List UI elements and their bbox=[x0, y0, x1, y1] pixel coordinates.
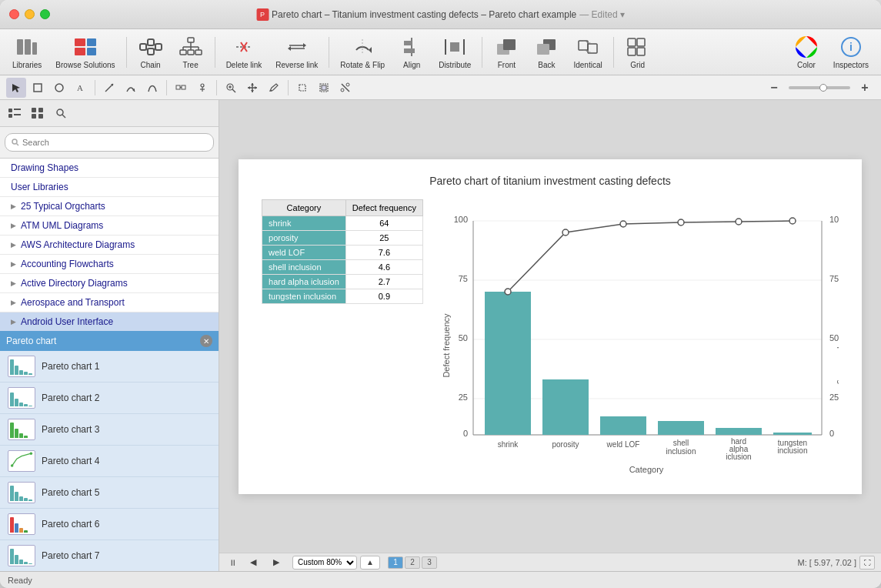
tree-button[interactable]: Tree bbox=[172, 32, 210, 72]
zoom-slider[interactable] bbox=[789, 86, 850, 89]
ellipse-tool[interactable] bbox=[49, 78, 69, 98]
pareto-section: Pareto chart ✕ Pareto c bbox=[0, 331, 219, 571]
sidebar-item-atm-uml[interactable]: ▶ ATM UML Diagrams bbox=[0, 216, 219, 236]
pareto-item-2[interactable]: Pareto chart 2 bbox=[0, 383, 219, 414]
zoom-dropdown[interactable]: Custom 80% bbox=[292, 556, 357, 570]
table-row: shell inclusion 4.6 bbox=[262, 259, 423, 274]
sidebar-search-btn[interactable] bbox=[51, 103, 71, 123]
line-tool[interactable] bbox=[99, 78, 119, 98]
libraries-icon bbox=[15, 35, 39, 59]
browse-solutions-button[interactable]: Browse Solutions bbox=[49, 32, 121, 72]
text-tool[interactable]: A bbox=[71, 78, 91, 98]
zoom-stepper-up[interactable]: ▲ bbox=[360, 556, 380, 570]
sidebar-item-drawing-shapes[interactable]: Drawing Shapes bbox=[0, 159, 219, 178]
pareto-item-7[interactable]: Pareto chart 7 bbox=[0, 540, 219, 571]
zoom-in-tool[interactable] bbox=[221, 78, 241, 98]
svg-text:25: 25 bbox=[459, 393, 468, 402]
bar-tungsten bbox=[773, 433, 812, 435]
svg-rect-89 bbox=[38, 114, 43, 119]
svg-rect-48 bbox=[637, 38, 645, 46]
identical-button[interactable]: Identical bbox=[567, 32, 608, 72]
main-content: Drawing Shapes User Libraries ▶ 25 Typic… bbox=[0, 100, 881, 571]
pareto-item-5[interactable]: Pareto chart 5 bbox=[0, 477, 219, 509]
anchor-tool[interactable] bbox=[192, 78, 212, 98]
libraries-button[interactable]: Libraries bbox=[6, 32, 48, 72]
page-buttons: 1 2 3 bbox=[388, 556, 437, 569]
scissors-tool[interactable] bbox=[335, 78, 355, 98]
toolbar-separator-2 bbox=[215, 37, 215, 68]
page-btn-1[interactable]: 1 bbox=[388, 556, 403, 569]
inspectors-button[interactable]: i Inspectors bbox=[827, 32, 875, 72]
sidebar-item-active-directory[interactable]: ▶ Active Directory Diagrams bbox=[0, 274, 219, 293]
canvas-scroll[interactable]: Pareto chart of titanium investment cast… bbox=[219, 100, 881, 553]
sidebar-item-aerospace[interactable]: ▶ Aerospace and Transport bbox=[0, 293, 219, 312]
svg-text:inclusion: inclusion bbox=[777, 446, 807, 455]
pan-tool[interactable] bbox=[242, 78, 262, 98]
pointer-tool[interactable] bbox=[6, 78, 26, 98]
svg-rect-3 bbox=[75, 38, 85, 46]
distribute-icon bbox=[442, 35, 467, 59]
reverse-link-button[interactable]: Reverse link bbox=[269, 32, 324, 72]
pareto-item-4[interactable]: Pareto chart 4 bbox=[0, 446, 219, 477]
sidebar-search-box[interactable] bbox=[5, 133, 214, 152]
align-button[interactable]: Align bbox=[392, 32, 431, 72]
prev-page-btn[interactable]: ◀ bbox=[243, 553, 263, 572]
search-input[interactable] bbox=[22, 138, 207, 147]
sidebar-item-orgcharts[interactable]: ▶ 25 Typical Orgcharts bbox=[0, 197, 219, 216]
page-btn-2[interactable]: 2 bbox=[405, 556, 420, 569]
rotate-flip-button[interactable]: Rotate & Flip bbox=[334, 32, 391, 72]
svg-rect-83 bbox=[14, 109, 21, 110]
pareto-item-3[interactable]: Pareto chart 3 bbox=[0, 414, 219, 446]
svg-line-14 bbox=[154, 47, 155, 52]
next-page-btn[interactable]: ▶ bbox=[266, 553, 286, 572]
minimize-button[interactable] bbox=[25, 9, 35, 19]
rect-tool[interactable] bbox=[28, 78, 48, 98]
front-button[interactable]: Front bbox=[487, 32, 526, 72]
connector-tool[interactable] bbox=[171, 78, 191, 98]
svg-text:50: 50 bbox=[459, 333, 468, 342]
svg-line-79 bbox=[342, 84, 349, 92]
maximize-button[interactable] bbox=[40, 9, 50, 19]
bar-hardalpha bbox=[716, 428, 762, 435]
crop2-tool[interactable] bbox=[314, 78, 334, 98]
sidebar-grid-view[interactable] bbox=[28, 103, 48, 123]
pareto-item-1[interactable]: Pareto chart 1 bbox=[0, 351, 219, 383]
grid-button[interactable]: Grid bbox=[619, 32, 657, 72]
ready-status: Ready bbox=[8, 576, 32, 585]
zoom-select[interactable]: Custom 80% bbox=[292, 556, 357, 570]
zoom-minus-btn[interactable]: − bbox=[764, 78, 784, 98]
svg-rect-84 bbox=[8, 114, 12, 118]
svg-text:100: 100 bbox=[454, 215, 468, 224]
page-btn-3[interactable]: 3 bbox=[422, 556, 437, 569]
pause-btn[interactable]: ⏸ bbox=[225, 558, 240, 567]
svg-text:shrink: shrink bbox=[498, 440, 519, 449]
svg-marker-74 bbox=[255, 86, 257, 89]
write-tool[interactable] bbox=[264, 78, 284, 98]
back-button[interactable]: Back bbox=[527, 32, 566, 72]
bezier-tool[interactable] bbox=[142, 78, 162, 98]
fit-page-btn[interactable]: ⛶ bbox=[859, 556, 875, 570]
delete-link-button[interactable]: Delete link bbox=[220, 32, 269, 72]
sidebar-item-accounting[interactable]: ▶ Accounting Flowcharts bbox=[0, 255, 219, 274]
svg-point-92 bbox=[12, 139, 17, 144]
curve-tool[interactable] bbox=[121, 78, 141, 98]
sidebar-item-user-libraries[interactable]: User Libraries bbox=[0, 178, 219, 197]
distribute-button[interactable]: Distribute bbox=[432, 32, 477, 72]
edited-label: — Edited ▾ bbox=[579, 9, 625, 20]
zoom-plus-btn[interactable]: + bbox=[855, 78, 875, 98]
svg-text:porosity: porosity bbox=[552, 440, 579, 449]
close-button[interactable] bbox=[9, 9, 19, 19]
cumulative-line bbox=[508, 221, 793, 292]
color-button[interactable]: Color bbox=[787, 32, 826, 72]
sidebar-item-aws[interactable]: ▶ AWS Architecture Diagrams bbox=[0, 236, 219, 255]
svg-text:inclusion: inclusion bbox=[666, 447, 696, 456]
crop-tool[interactable] bbox=[292, 78, 312, 98]
chain-button[interactable]: Chain bbox=[132, 32, 170, 72]
pareto-item-6[interactable]: Pareto chart 6 bbox=[0, 509, 219, 540]
sidebar-item-android[interactable]: ▶ Android User Interface bbox=[0, 312, 219, 331]
sec-separator-2 bbox=[166, 80, 167, 95]
svg-marker-54 bbox=[12, 84, 20, 92]
pareto-close-button[interactable]: ✕ bbox=[200, 335, 212, 347]
line-dot-2 bbox=[562, 229, 569, 236]
sidebar-list-view[interactable] bbox=[5, 103, 25, 123]
